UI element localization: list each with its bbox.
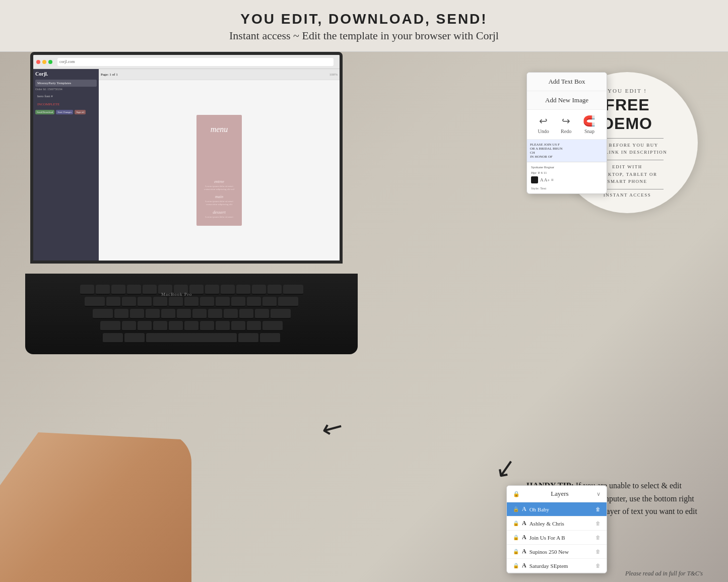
key-shift-l [100, 321, 120, 331]
menu-dessert-text: Lorem ipsum dolor sit amet [205, 216, 233, 219]
key [153, 297, 167, 307]
key [169, 297, 183, 307]
redo-button[interactable]: ↪ Redo [561, 115, 571, 134]
top-banner: YOU EDIT, DOWNLOAD, SEND! Instant access… [0, 0, 728, 52]
key [247, 321, 261, 331]
key [146, 309, 160, 319]
main-area: corjl.com Corjl. MoorayParty Templates O… [0, 52, 728, 582]
layer-delete-icon[interactable]: 🗑 [595, 506, 601, 512]
add-new-image-button[interactable]: Add New Image [527, 91, 607, 110]
banner-sub-title: Instant access ~ Edit the template in yo… [0, 29, 728, 42]
key [122, 297, 136, 307]
layer-type-icon: A [522, 548, 526, 555]
layer-item[interactable]: 🔒 A Oh Baby 🗑 [507, 502, 607, 516]
laptop-screen: corjl.com Corjl. MoorayParty Templates O… [30, 52, 343, 264]
key-alt [124, 333, 145, 343]
order-id: Order Id: 1500758194 [35, 88, 97, 91]
layers-chevron-icon[interactable]: ∨ [597, 491, 601, 497]
toolbar-zoom: 100% [329, 73, 338, 77]
font-control: Spokane Regnar [531, 165, 603, 169]
browser-maximize-dot[interactable] [48, 60, 52, 64]
menu-dessert-title: dessert [213, 210, 226, 215]
size-control: Hpr ∨ 6 11 [531, 171, 603, 175]
undo-button[interactable]: ↩ Undo [538, 115, 549, 134]
layers-lock-icon: 🔒 [513, 491, 520, 497]
layer-text-label: Saturday SEptem [530, 563, 592, 569]
key [161, 309, 175, 319]
key [114, 309, 128, 319]
key [278, 297, 298, 307]
key [231, 321, 245, 331]
browser-minimize-dot[interactable] [42, 60, 46, 64]
key [192, 309, 207, 319]
redo-icon: ↪ [562, 115, 570, 127]
format-icons: A A+ ≡ [540, 177, 554, 182]
key [153, 321, 167, 331]
key [252, 285, 266, 295]
sidebar-templates[interactable]: MoorayParty Templates [35, 80, 97, 87]
key [80, 285, 94, 295]
snap-button[interactable]: 🧲 Snap [583, 115, 595, 134]
key [111, 285, 125, 295]
demo-demo-label: DEMO [602, 114, 652, 133]
corjl-canvas-area: menu entree Lorem ipsum dolor sit amet c… [99, 80, 340, 261]
layer-item[interactable]: 🔒 A Supinos 250 New 🗑 [507, 545, 607, 559]
size-label: Hpr ∨ 6 11 [531, 171, 547, 175]
layer-type-icon: A [522, 505, 526, 513]
menu-card: menu entree Lorem ipsum dolor sit amet c… [196, 115, 242, 226]
key [216, 297, 230, 307]
layer-type-icon: A [522, 534, 526, 541]
snap-icon: 🧲 [583, 115, 595, 127]
key [138, 297, 152, 307]
keyboard-row-3 [93, 309, 291, 319]
key [205, 285, 219, 295]
layer-item[interactable]: 🔒 A Join Us For A B 🗑 [507, 531, 607, 545]
layers-title: Layers [551, 490, 568, 498]
key [169, 321, 183, 331]
layer-lock-icon: 🔒 [513, 563, 519, 568]
key-ctrl [103, 333, 123, 343]
key [221, 285, 235, 295]
key [236, 285, 250, 295]
layer-text-label: Join Us For A B [530, 535, 592, 541]
browser-close-dot[interactable] [36, 60, 40, 64]
layer-item[interactable]: 🔒 A Ashley & Chris 🗑 [507, 516, 607, 531]
sidebar-send-download[interactable]: Send/Download [35, 110, 54, 114]
add-text-box-button[interactable]: Add Text Box [527, 73, 607, 91]
terms-note: Please read ad in full for T&C's [625, 570, 703, 577]
key [268, 285, 282, 295]
corjl-logo: Corjl. [35, 71, 97, 77]
sidebar-start-changes[interactable]: Start Changes [56, 110, 73, 114]
menu-title: menu [196, 120, 242, 175]
layer-item[interactable]: 🔒 A Saturday SEptem 🗑 [507, 559, 607, 573]
key-tab [85, 297, 105, 307]
font-label: Spokane Regnar [531, 165, 554, 169]
keyboard-row-4 [100, 321, 283, 331]
key [138, 321, 152, 331]
layer-delete-icon[interactable]: 🗑 [595, 535, 601, 540]
sidebar-hero-font[interactable]: hero font # [35, 93, 97, 100]
key [239, 309, 253, 319]
key [255, 309, 269, 319]
layers-list: 🔒 A Oh Baby 🗑 🔒 A Ashley & Chris 🗑 🔒 A J… [507, 502, 607, 573]
layer-delete-icon[interactable]: 🗑 [595, 563, 601, 568]
layer-delete-icon[interactable]: 🗑 [595, 521, 601, 526]
layer-delete-icon[interactable]: 🗑 [595, 549, 601, 554]
key [122, 321, 136, 331]
hand-decoration [0, 432, 191, 582]
redo-label: Redo [561, 128, 571, 134]
key [96, 285, 110, 295]
color-swatch[interactable] [531, 176, 538, 183]
menu-main-title: main [215, 195, 223, 199]
corjl-editor: Corjl. MoorayParty Templates Order Id: 1… [33, 69, 340, 261]
browser-url-bar[interactable]: corjl.com [57, 58, 334, 66]
key [231, 297, 245, 307]
menu-entree-text: Lorem ipsum dolor sit amet consectetur a… [200, 185, 239, 191]
panel-controls: Spokane Regnar Hpr ∨ 6 11 A A+ ≡ Style: … [527, 162, 607, 193]
key [200, 297, 214, 307]
key [130, 309, 144, 319]
layer-type-icon: A [522, 520, 526, 527]
key [216, 321, 230, 331]
sidebar-sign-off[interactable]: Sign off [75, 110, 86, 114]
undo-label: Undo [538, 128, 549, 134]
